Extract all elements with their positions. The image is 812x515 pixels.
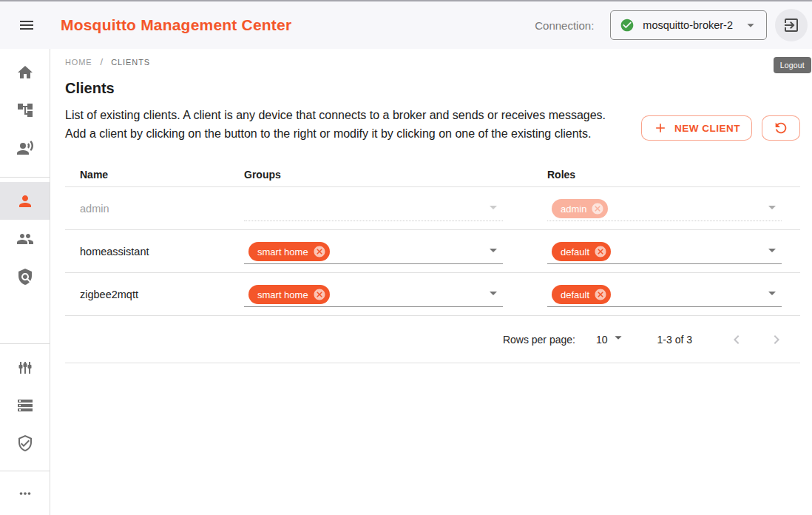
group-chip-label: smart home xyxy=(257,246,308,258)
table-pagination: Rows per page: 10 1-3 of 3 xyxy=(65,316,800,363)
sidebar-item-roles[interactable] xyxy=(0,258,50,295)
roles-select[interactable]: default xyxy=(547,238,782,264)
logout-tooltip: Logout xyxy=(774,57,811,73)
sidebar-item-settings[interactable] xyxy=(0,349,50,386)
column-header-roles: Roles xyxy=(540,169,800,181)
group-chip: smart home xyxy=(248,285,330,304)
rows-per-page-value[interactable]: 10 xyxy=(596,334,608,346)
server-list-icon xyxy=(16,397,34,414)
sidebar xyxy=(0,49,50,515)
chip-delete-icon[interactable] xyxy=(313,245,326,258)
sidebar-item-streams[interactable] xyxy=(0,386,50,424)
shield-check-icon xyxy=(16,434,34,452)
role-chip: default xyxy=(552,242,611,261)
chevron-down-icon[interactable] xyxy=(484,241,502,259)
app-title: Mosquitto Management Center xyxy=(61,16,291,34)
role-chip: admin xyxy=(552,199,608,218)
chevron-down-icon[interactable] xyxy=(763,241,781,259)
next-page-button[interactable] xyxy=(766,329,787,350)
chip-delete-icon[interactable] xyxy=(594,245,607,258)
more-horizontal-icon xyxy=(17,485,33,502)
chevron-left-icon xyxy=(728,331,745,349)
table-row[interactable]: homeassistant smart home xyxy=(65,230,800,273)
new-client-button-label: NEW CLIENT xyxy=(674,123,740,134)
refresh-button[interactable] xyxy=(762,115,800,141)
hamburger-icon xyxy=(18,16,35,34)
home-icon xyxy=(16,64,34,81)
roles-select: admin xyxy=(547,195,782,221)
refresh-icon xyxy=(773,120,789,136)
role-chip-label: default xyxy=(561,289,589,300)
client-name: homeassistant xyxy=(65,246,244,258)
chevron-down-icon[interactable] xyxy=(610,329,626,346)
breadcrumb-home[interactable]: HOME xyxy=(65,58,92,67)
table-header: Name Groups Roles xyxy=(65,163,800,187)
chevron-down-icon[interactable] xyxy=(763,284,781,302)
group-chip: smart home xyxy=(248,242,330,261)
sidebar-item-client-connections[interactable] xyxy=(0,129,50,166)
chevron-down-icon xyxy=(742,17,759,33)
chip-delete-icon xyxy=(591,202,604,215)
sidebar-divider xyxy=(0,343,50,344)
sidebar-item-more[interactable] xyxy=(0,474,50,512)
connection-label: Connection: xyxy=(535,19,594,32)
exit-to-app-icon xyxy=(782,16,800,34)
rows-per-page-label: Rows per page: xyxy=(503,334,575,346)
people-icon xyxy=(16,230,34,248)
clients-table: Name Groups Roles admin ad xyxy=(65,163,800,363)
menu-button[interactable] xyxy=(12,10,41,40)
chevron-down-icon[interactable] xyxy=(484,284,502,302)
role-chip: default xyxy=(552,285,611,304)
topbar: Mosquitto Management Center Connection: … xyxy=(0,1,812,49)
chip-delete-icon[interactable] xyxy=(594,288,607,301)
table-row[interactable]: admin admin xyxy=(65,187,800,230)
roles-select[interactable]: default xyxy=(547,281,782,307)
column-header-groups: Groups xyxy=(244,169,540,181)
logout-button[interactable] xyxy=(775,9,808,41)
connection-value: mosquitto-broker-2 xyxy=(643,19,733,31)
connection-select[interactable]: mosquitto-broker-2 xyxy=(610,10,767,40)
new-client-button[interactable]: NEW CLIENT xyxy=(641,115,752,141)
breadcrumb-separator: / xyxy=(101,56,104,67)
table-row[interactable]: zigbee2mqtt smart home xyxy=(65,273,800,316)
chevron-right-icon xyxy=(768,331,785,349)
chevron-down-icon xyxy=(484,198,502,216)
sidebar-item-home[interactable] xyxy=(0,53,50,91)
breadcrumb: HOME / CLIENTS xyxy=(65,56,800,67)
person-icon xyxy=(16,192,34,210)
plus-icon xyxy=(653,121,668,135)
previous-page-button[interactable] xyxy=(726,329,747,350)
groups-select[interactable]: smart home xyxy=(244,238,503,264)
role-chip-label: admin xyxy=(561,203,586,215)
sidebar-item-clients[interactable] xyxy=(0,182,50,220)
role-chip-label: default xyxy=(561,246,589,258)
client-name: zigbee2mqtt xyxy=(65,289,244,300)
broadcast-user-icon xyxy=(16,139,34,157)
groups-select[interactable]: smart home xyxy=(244,281,503,307)
groups-select xyxy=(244,195,503,221)
page-title: Clients xyxy=(65,80,616,97)
shield-search-icon xyxy=(16,268,34,286)
check-circle-icon xyxy=(620,18,635,33)
topology-icon xyxy=(16,101,34,119)
client-name: admin xyxy=(65,203,244,215)
breadcrumb-current: CLIENTS xyxy=(111,58,150,67)
sidebar-item-groups[interactable] xyxy=(0,220,50,258)
chevron-down-icon xyxy=(763,198,781,216)
sidebar-divider xyxy=(0,177,50,178)
group-chip-label: smart home xyxy=(257,289,308,300)
sliders-icon xyxy=(16,359,34,377)
sidebar-item-certificates[interactable] xyxy=(0,424,50,462)
sidebar-item-topology[interactable] xyxy=(0,91,50,129)
sidebar-divider xyxy=(0,471,50,471)
column-header-name: Name xyxy=(65,169,244,181)
chip-delete-icon[interactable] xyxy=(313,288,326,301)
pagination-range: 1-3 of 3 xyxy=(657,334,692,346)
page-description: List of existing clients. A client is an… xyxy=(65,106,616,143)
main-content: Logout HOME / CLIENTS Clients List of ex… xyxy=(50,49,812,515)
